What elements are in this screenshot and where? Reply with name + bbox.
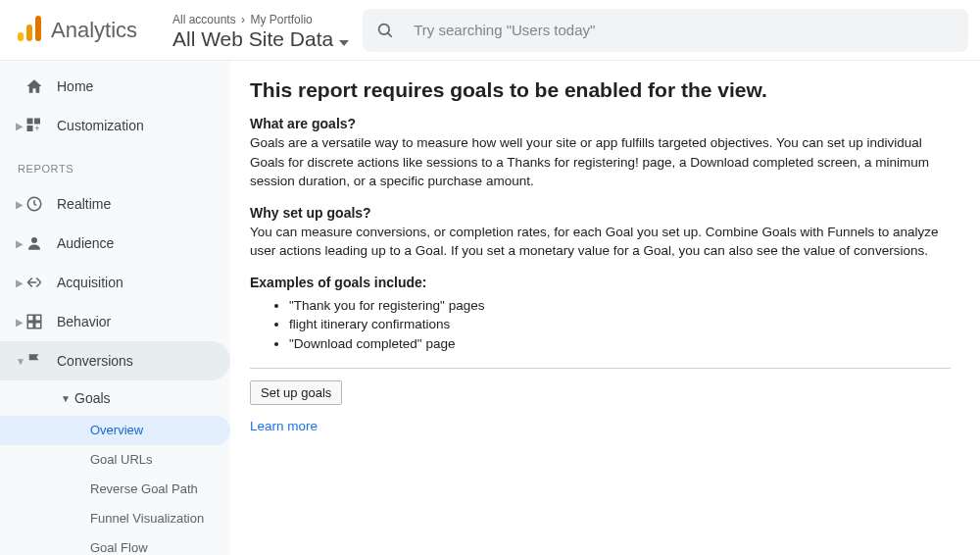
breadcrumb-level1: All accounts — [172, 13, 236, 26]
brand-name: Analytics — [51, 18, 137, 43]
what-body: Goals are a versatile way to measure how… — [250, 133, 951, 191]
sidebar: ▶ Home ▶ + Customization REPORTS ▶ Realt… — [0, 61, 230, 555]
nav-label: Home — [57, 78, 93, 94]
search-input[interactable] — [414, 22, 955, 38]
brand-block[interactable]: Analytics — [0, 16, 169, 45]
account-selector[interactable]: All accounts › My Portfolio All Web Site… — [169, 9, 359, 51]
nav-customization[interactable]: ▶ + Customization — [0, 106, 230, 145]
chevron-right-icon: ▶ — [16, 199, 25, 210]
nav-label: Customization — [57, 118, 144, 133]
app-header: Analytics All accounts › My Portfolio Al… — [0, 0, 980, 61]
examples-heading: Examples of goals include: — [250, 275, 951, 290]
search-icon — [376, 22, 394, 39]
search-bar[interactable] — [363, 9, 968, 52]
behavior-icon — [25, 313, 55, 330]
nav-realtime[interactable]: ▶ Realtime — [0, 184, 230, 224]
nav-home[interactable]: ▶ Home — [0, 67, 230, 106]
view-selector[interactable]: All Web Site Data — [172, 27, 349, 51]
subsub-overview[interactable]: Overview — [0, 416, 230, 445]
why-body: You can measure conversions, or completi… — [250, 223, 951, 261]
chevron-right-icon: ▶ — [16, 278, 25, 288]
acquisition-icon — [25, 274, 55, 291]
learn-more-link[interactable]: Learn more — [250, 419, 318, 433]
svg-rect-0 — [18, 32, 24, 41]
chevron-right-icon: ▶ — [16, 317, 25, 328]
subsub-funnel-visualization[interactable]: Funnel Visualization — [0, 504, 230, 533]
svg-point-3 — [379, 24, 390, 34]
svg-rect-12 — [35, 315, 41, 321]
svg-rect-13 — [27, 323, 33, 328]
report-title: This report requires goals to be enabled… — [250, 78, 951, 102]
svg-rect-11 — [27, 315, 33, 321]
examples-list: "Thank you for registering" pages flight… — [289, 296, 951, 354]
nav-label: Behavior — [57, 314, 111, 329]
svg-rect-1 — [26, 25, 32, 41]
svg-line-4 — [388, 32, 392, 36]
view-name: All Web Site Data — [172, 27, 333, 51]
breadcrumb-level2: My Portfolio — [250, 13, 312, 26]
search-wrap — [359, 1, 980, 60]
chevron-right-icon: ▶ — [16, 238, 25, 249]
example-item: "Thank you for registering" pages — [289, 296, 951, 316]
svg-rect-5 — [27, 119, 33, 125]
svg-rect-2 — [35, 16, 41, 41]
subnav-goals[interactable]: ▼ Goals — [0, 380, 230, 416]
divider — [250, 368, 951, 369]
chevron-right-icon: › — [241, 13, 245, 26]
nav-audience[interactable]: ▶ Audience — [0, 224, 230, 263]
svg-point-10 — [31, 237, 37, 243]
why-heading: Why set up goals? — [250, 205, 951, 221]
subsub-goal-flow[interactable]: Goal Flow — [0, 533, 230, 555]
subnav-label: Goals — [74, 390, 111, 406]
chevron-right-icon: ▶ — [16, 121, 25, 131]
nav-label: Audience — [57, 235, 114, 251]
nav-behavior[interactable]: ▶ Behavior — [0, 302, 230, 341]
subnav-conversions: ▼ Goals Overview Goal URLs Reverse Goal … — [0, 380, 230, 555]
chevron-down-icon: ▼ — [61, 393, 74, 404]
report-content: This report requires goals to be enabled… — [230, 61, 980, 555]
clock-icon — [25, 195, 55, 213]
home-icon — [25, 77, 55, 95]
nav-label: Acquisition — [57, 275, 123, 290]
example-item: flight itinerary confirmations — [289, 315, 951, 334]
svg-rect-7 — [27, 126, 33, 131]
svg-text:+: + — [34, 124, 39, 133]
svg-rect-14 — [35, 323, 41, 328]
analytics-logo-icon — [18, 16, 41, 45]
person-icon — [25, 234, 55, 252]
chevron-down-icon: ▼ — [16, 356, 25, 367]
setup-goals-button[interactable]: Set up goals — [250, 380, 342, 405]
subsub-goal-urls[interactable]: Goal URLs — [0, 445, 230, 475]
dropdown-icon — [339, 27, 349, 51]
reports-section-header: REPORTS — [0, 145, 230, 184]
flag-icon — [25, 352, 55, 370]
subsub-reverse-goal-path[interactable]: Reverse Goal Path — [0, 475, 230, 504]
nav-conversions[interactable]: ▼ Conversions — [0, 341, 230, 380]
nav-acquisition[interactable]: ▶ Acquisition — [0, 263, 230, 302]
breadcrumb: All accounts › My Portfolio — [172, 13, 349, 26]
customization-icon: + — [25, 117, 55, 134]
what-heading: What are goals? — [250, 116, 951, 131]
nav-label: Realtime — [57, 196, 111, 212]
example-item: "Download completed" page — [289, 334, 951, 354]
nav-label: Conversions — [57, 353, 133, 369]
